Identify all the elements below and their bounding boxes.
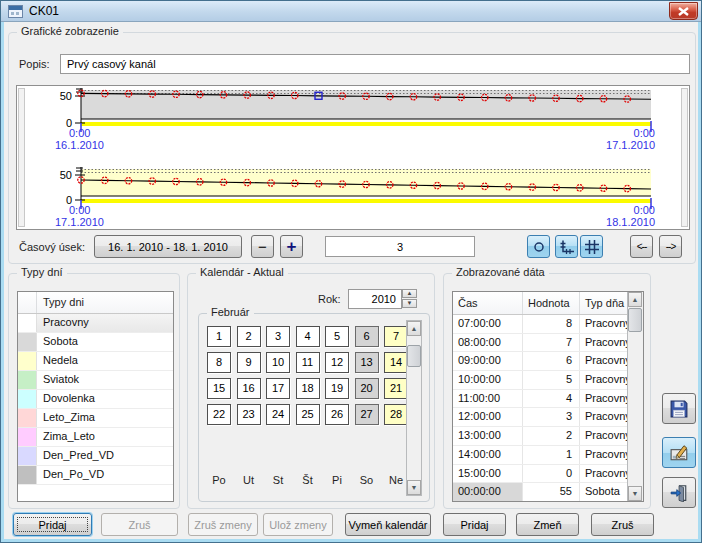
day-type-color-column-header[interactable] bbox=[18, 292, 37, 313]
year-field[interactable]: 2010 bbox=[348, 289, 402, 309]
calendar-day-2[interactable]: 2 bbox=[237, 326, 261, 347]
calendar-day-6[interactable]: 6 bbox=[355, 326, 379, 347]
calendar-day-18[interactable]: 18 bbox=[296, 378, 320, 399]
calendar-day-16[interactable]: 16 bbox=[237, 378, 261, 399]
time-series-chart-2[interactable]: 5000:0017.1.20100:0018.1.2010 bbox=[28, 158, 680, 229]
popis-field[interactable]: Prvý casový kanál bbox=[60, 54, 690, 74]
calendar-day-20[interactable]: 20 bbox=[355, 378, 379, 399]
data-table-row[interactable]: 12:00:003Pracovny bbox=[453, 408, 643, 427]
time-series-chart-1[interactable]: 5000:0016.1.20100:0017.1.2010 bbox=[28, 87, 680, 158]
calendar-day-19[interactable]: 19 bbox=[325, 378, 349, 399]
window-frame-left bbox=[1, 22, 4, 543]
day-type-row[interactable]: Den_Po_VD bbox=[18, 466, 173, 485]
cell-typ-dna: Pracovny bbox=[580, 315, 627, 333]
calendar-scrollbar[interactable]: ▲ ▼ bbox=[406, 320, 422, 496]
scroll-back-button[interactable]: <-- bbox=[630, 235, 653, 258]
calendar-day-11[interactable]: 11 bbox=[296, 352, 320, 373]
col-header-cas[interactable]: Čas bbox=[453, 292, 523, 314]
marker-toggle-button[interactable] bbox=[527, 235, 550, 258]
add-day-type-button[interactable]: Pridaj bbox=[13, 513, 92, 536]
calendar-day-12[interactable]: 12 bbox=[325, 352, 349, 373]
calendar-day-17[interactable]: 17 bbox=[266, 378, 290, 399]
data-table[interactable]: Čas Hodnota Typ dňa 07:00:008Pracovny08:… bbox=[452, 291, 644, 502]
axis-icon bbox=[559, 239, 575, 255]
calendar-day-22[interactable]: 22 bbox=[207, 404, 231, 425]
data-table-row[interactable]: 15:00:000Pracovny bbox=[453, 465, 643, 484]
calendar-scroll-up-icon[interactable]: ▲ bbox=[407, 321, 421, 336]
save-changes-button[interactable]: Ulož zmeny bbox=[263, 513, 333, 536]
day-type-name: Sviatok bbox=[37, 371, 79, 389]
chart-left-scrollbar[interactable] bbox=[18, 88, 25, 227]
calendar-day-10[interactable]: 10 bbox=[266, 352, 290, 373]
data-scroll-up-icon[interactable]: ▲ bbox=[628, 292, 642, 307]
calendar-day-7[interactable]: 7 bbox=[384, 326, 408, 347]
calendar-day-9[interactable]: 9 bbox=[237, 352, 261, 373]
day-type-row[interactable]: Pracovny bbox=[18, 314, 173, 333]
calendar-day-4[interactable]: 4 bbox=[296, 326, 320, 347]
scroll-forward-button[interactable]: --> bbox=[659, 235, 682, 258]
calendar-day-23[interactable]: 23 bbox=[237, 404, 261, 425]
day-type-row[interactable]: Dovolenka bbox=[18, 390, 173, 409]
calendar-scroll-down-icon[interactable]: ▼ bbox=[407, 480, 421, 495]
calendar-day-14[interactable]: 14 bbox=[384, 352, 408, 373]
data-table-row[interactable]: 08:00:007Pracovny bbox=[453, 334, 643, 353]
data-table-row[interactable]: 00:00:0055Sobota bbox=[453, 483, 643, 502]
exit-button[interactable] bbox=[662, 477, 696, 508]
day-type-row[interactable]: Zima_Leto bbox=[18, 428, 173, 447]
year-spin-down-button[interactable]: ▼ bbox=[402, 299, 417, 308]
data-table-row[interactable]: 10:00:005Pracovny bbox=[453, 371, 643, 390]
zoom-in-button[interactable]: + bbox=[280, 235, 303, 258]
calendar-day-26[interactable]: 26 bbox=[325, 404, 349, 425]
chart-right-scrollbar[interactable] bbox=[681, 88, 688, 227]
data-table-row[interactable]: 13:00:002Pracovny bbox=[453, 427, 643, 446]
day-type-color-swatch bbox=[18, 333, 37, 351]
calendar-day-25[interactable]: 25 bbox=[296, 404, 320, 425]
day-type-row[interactable]: Nedela bbox=[18, 352, 173, 371]
month-group: Február 12345678910111213141516171819202… bbox=[198, 313, 430, 502]
scale-toggle-button[interactable] bbox=[555, 235, 578, 258]
day-type-row[interactable]: Leto_Zima bbox=[18, 409, 173, 428]
calendar-day-8[interactable]: 8 bbox=[207, 352, 231, 373]
data-table-row[interactable]: 07:00:008Pracovny bbox=[453, 315, 643, 334]
data-table-row[interactable]: 14:00:001Pracovny bbox=[453, 446, 643, 465]
change-data-button[interactable]: Zmeň bbox=[516, 513, 579, 536]
span-days-field[interactable]: 3 bbox=[325, 236, 475, 257]
data-table-scrollbar-thumb[interactable] bbox=[628, 308, 642, 332]
calendar-day-3[interactable]: 3 bbox=[266, 326, 290, 347]
day-types-list[interactable]: Typy dni PracovnySobotaNedelaSviatokDovo… bbox=[17, 291, 174, 502]
day-type-name-column-header[interactable]: Typy dni bbox=[37, 292, 84, 313]
day-type-row[interactable]: Sviatok bbox=[18, 371, 173, 390]
add-data-button[interactable]: Pridaj bbox=[443, 513, 506, 536]
data-table-row[interactable]: 09:00:006Pracovny bbox=[453, 352, 643, 371]
data-table-scrollbar[interactable]: ▲ ▼ bbox=[627, 292, 643, 501]
zoom-out-button[interactable]: − bbox=[251, 235, 274, 258]
swap-calendar-button[interactable]: Vymeň kalendár bbox=[345, 513, 431, 536]
save-button[interactable] bbox=[662, 393, 696, 424]
edit-calendar-button[interactable] bbox=[662, 437, 696, 468]
title-bar[interactable]: CK01 bbox=[1, 1, 701, 22]
calendar-day-13[interactable]: 13 bbox=[355, 352, 379, 373]
calendar-day-27[interactable]: 27 bbox=[355, 404, 379, 425]
data-table-row[interactable]: 11:00:004Pracovny bbox=[453, 390, 643, 409]
time-range-label: Časový úsek: bbox=[19, 241, 85, 253]
time-range-button[interactable]: 16. 1. 2010 - 18. 1. 2010 bbox=[94, 235, 242, 258]
calendar-day-5[interactable]: 5 bbox=[325, 326, 349, 347]
day-type-row[interactable]: Sobota bbox=[18, 333, 173, 352]
calendar-day-28[interactable]: 28 bbox=[384, 404, 408, 425]
calendar-day-24[interactable]: 24 bbox=[266, 404, 290, 425]
close-button[interactable] bbox=[669, 2, 698, 20]
col-header-hodnota[interactable]: Hodnota bbox=[523, 292, 580, 314]
calendar-day-21[interactable]: 21 bbox=[384, 378, 408, 399]
year-spin-up-button[interactable]: ▲ bbox=[402, 289, 417, 298]
delete-day-type-button[interactable]: Zruš bbox=[101, 513, 178, 536]
grid-toggle-button[interactable] bbox=[580, 235, 603, 258]
delete-data-button[interactable]: Zruš bbox=[591, 513, 654, 536]
day-type-row[interactable]: Den_Pred_VD bbox=[18, 447, 173, 466]
calendar-day-15[interactable]: 15 bbox=[207, 378, 231, 399]
data-scroll-down-icon[interactable]: ▼ bbox=[628, 486, 642, 501]
col-header-typ-dna[interactable]: Typ dňa bbox=[580, 292, 627, 314]
calendar-day-1[interactable]: 1 bbox=[207, 326, 231, 347]
calendar-scrollbar-thumb[interactable] bbox=[407, 345, 421, 367]
day-type-color-swatch bbox=[18, 466, 37, 484]
discard-changes-button[interactable]: Zruš zmeny bbox=[188, 513, 258, 536]
